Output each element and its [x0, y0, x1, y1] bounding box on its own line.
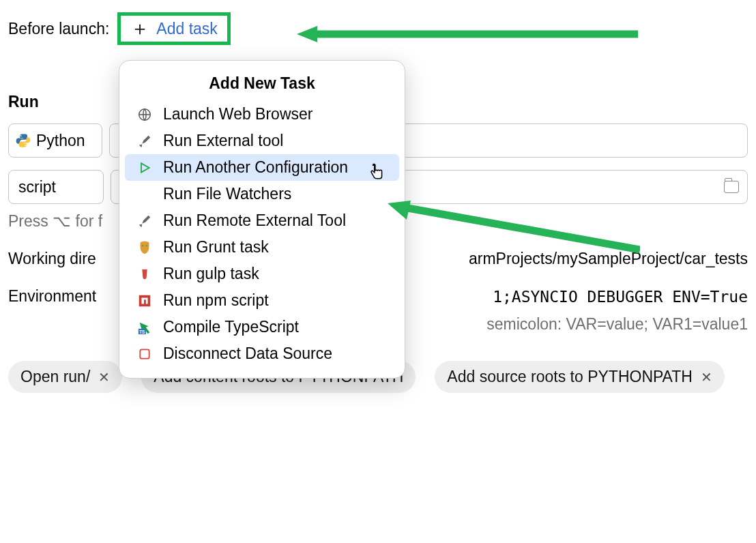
menu-item-label: Run File Watchers: [163, 185, 291, 203]
svg-rect-8: [140, 349, 149, 358]
menu-item-label: Run Another Configuration: [163, 158, 348, 177]
globe-icon: [136, 107, 154, 122]
script-type-select[interactable]: script: [8, 170, 104, 204]
chip-label: Add source roots to PYTHONPATH: [447, 368, 693, 386]
script-type-label: script: [18, 178, 56, 196]
popup-title: Add New Task: [125, 70, 399, 101]
menu-item-label: Compile TypeScript: [163, 318, 299, 336]
menu-item-run-file-watchers[interactable]: Run File Watchers: [125, 181, 399, 207]
plus-icon: ＋: [130, 19, 149, 38]
play-icon: [136, 161, 154, 175]
tools-icon: [136, 134, 154, 149]
chip-source-roots[interactable]: Add source roots to PYTHONPATH ✕: [435, 361, 725, 393]
working-dir-label: Working dire: [8, 250, 96, 268]
menu-item-disconnect-data-source[interactable]: Disconnect Data Source: [125, 340, 399, 367]
menu-item-launch-web-browser[interactable]: Launch Web Browser: [125, 101, 399, 128]
interpreter-select[interactable]: Python: [8, 123, 102, 158]
menu-item-label: Run Grunt task: [163, 238, 269, 256]
menu-item-run-npm-script[interactable]: Run npm script: [125, 287, 399, 314]
svg-point-1: [25, 145, 26, 146]
menu-item-run-another-configuration[interactable]: Run Another Configuration: [125, 154, 399, 181]
menu-item-label: Disconnect Data Source: [163, 344, 332, 363]
menu-item-run-remote-external-tool[interactable]: Run Remote External Tool: [125, 207, 399, 234]
menu-item-compile-typescript[interactable]: TS Compile TypeScript: [125, 314, 399, 340]
menu-item-run-grunt-task[interactable]: Run Grunt task: [125, 234, 399, 261]
add-task-label: Add task: [156, 20, 218, 38]
square-red-icon: [136, 347, 154, 361]
interpreter-name: Python: [36, 132, 85, 150]
chip-label: Open run/: [20, 368, 90, 386]
menu-item-label: Run npm script: [163, 291, 269, 310]
folder-icon[interactable]: [724, 181, 739, 193]
svg-point-0: [20, 135, 22, 136]
tools-icon: [136, 214, 154, 229]
svg-point-4: [145, 244, 147, 246]
menu-item-label: Run Remote External Tool: [163, 211, 346, 230]
before-launch-label: Before launch:: [8, 20, 109, 38]
npm-icon: [136, 293, 154, 308]
add-task-popup: Add New Task Launch Web Browser Run Exte…: [119, 60, 405, 379]
close-icon[interactable]: ✕: [701, 369, 712, 385]
environment-label: Environment: [8, 287, 96, 306]
svg-rect-5: [139, 295, 151, 306]
grunt-icon: [136, 240, 154, 255]
menu-item-run-external-tool[interactable]: Run External tool: [125, 128, 399, 154]
menu-item-label: Run External tool: [163, 132, 283, 150]
environment-value[interactable]: 1;ASYNCIO_DEBUGGER_ENV=True: [493, 288, 748, 306]
add-task-button[interactable]: ＋ Add task: [117, 12, 231, 45]
menu-item-label: Run gulp task: [163, 265, 259, 283]
python-icon: [16, 133, 31, 148]
close-icon[interactable]: ✕: [98, 369, 110, 385]
svg-point-3: [142, 244, 144, 246]
chip-open-run[interactable]: Open run/ ✕: [8, 361, 122, 393]
menu-item-label: Launch Web Browser: [163, 105, 312, 123]
svg-text:TS: TS: [139, 329, 145, 334]
menu-item-run-gulp-task[interactable]: Run gulp task: [125, 261, 399, 287]
pointer-cursor-icon: [368, 163, 386, 182]
gulp-icon: [136, 267, 154, 282]
typescript-icon: TS: [136, 320, 154, 335]
